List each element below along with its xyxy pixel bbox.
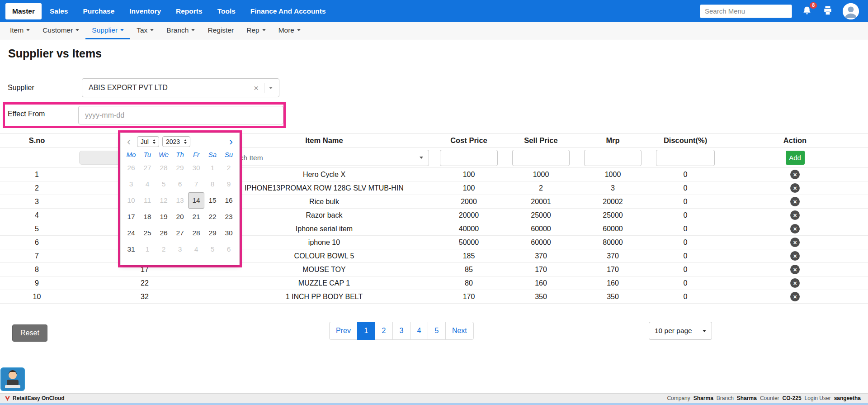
user-avatar[interactable] [843,3,859,19]
cell-sell-price: 60000 [505,238,577,247]
calendar-day[interactable]: 29 [204,225,221,241]
year-select[interactable]: 2023 [162,136,190,147]
cell-item-name: Razor back [216,211,433,219]
topnav-item-inventory[interactable]: Inventory [123,3,168,19]
remove-item-icon[interactable]: × [790,224,800,233]
remove-item-icon[interactable]: × [790,183,800,193]
remove-item-icon[interactable]: × [790,251,800,261]
topnav-item-sales[interactable]: Sales [43,3,75,19]
subnav-item-supplier[interactable]: Supplier [85,22,130,39]
subnav-item-more[interactable]: More [272,22,307,39]
calendar-day[interactable]: 17 [123,209,139,225]
horizontal-scrollbar[interactable] [0,403,868,405]
remove-item-icon[interactable]: × [790,197,800,206]
effect-from-label: Effect From [8,110,45,118]
calendar-grid: 2627282930123456789101112131415161718192… [123,160,237,257]
subnav-item-item[interactable]: Item [4,22,36,39]
remove-item-icon[interactable]: × [790,292,800,301]
supplier-select[interactable]: ABIS EXPORT PVT LTD × [82,78,279,97]
remove-item-icon[interactable]: × [790,238,800,247]
subnav-item-label: Item [10,26,24,34]
calendar-day[interactable]: 27 [172,225,188,241]
calendar-day[interactable]: 26 [156,225,172,241]
cell-item-name: MUZZLE CAP 1 [216,279,433,287]
column-header: Action [722,136,868,145]
calendar-day[interactable]: 21 [188,209,204,225]
topnav-item-reports[interactable]: Reports [169,3,209,19]
cell-sno: 8 [0,266,74,274]
cell-sell-price: 370 [505,252,577,260]
cell-action: × [722,197,868,206]
clear-selection-icon[interactable]: × [254,84,264,92]
mrp-input[interactable] [584,150,642,166]
topnav-item-tools[interactable]: Tools [211,3,242,19]
page-number-button-1[interactable]: 1 [357,322,375,340]
calendar-day[interactable]: 19 [156,209,172,225]
chevron-down-icon [269,87,273,89]
subnav-item-tax[interactable]: Tax [130,22,160,39]
page-title: Supplier vs Items [8,47,102,60]
month-select[interactable]: Jul [137,136,159,147]
discount-input[interactable] [656,150,715,166]
calendar-day: 13 [172,192,188,209]
subnav-item-rep[interactable]: Rep [240,22,272,39]
remove-item-icon[interactable]: × [790,278,800,288]
search-input[interactable] [700,5,792,18]
calendar-day[interactable]: 16 [221,192,237,209]
chevron-down-icon [262,29,266,31]
page-number-button-3[interactable]: 3 [392,322,410,340]
calendar-day[interactable]: 18 [139,209,156,225]
topnav-item-purchase[interactable]: Purchase [76,3,121,19]
calendar-day[interactable]: 22 [204,209,221,225]
calendar-day[interactable]: 28 [188,225,204,241]
next-month-icon[interactable]: › [226,137,236,146]
reset-button[interactable]: Reset [12,324,47,342]
effect-from-date-input[interactable] [78,106,283,124]
calendar-day: 1 [139,241,156,257]
page-number-button-4[interactable]: 4 [410,322,428,340]
footer-brand: RetailEasy OnCloud [5,395,65,401]
calendar-day[interactable]: 24 [123,225,139,241]
calendar-day[interactable]: 14 [188,192,204,209]
page-number-button-5[interactable]: 5 [428,322,446,340]
per-page-select[interactable]: 10 per page [649,322,712,340]
pagination-next-button[interactable]: Next [445,322,474,340]
cell-mrp: 170 [577,266,649,274]
chevron-down-icon [26,29,30,31]
calendar-day[interactable]: 20 [172,209,188,225]
add-button[interactable]: Add [786,151,805,165]
column-header: Cost Price [433,136,505,145]
cell-sno: 9 [0,279,74,287]
search-item-select[interactable]: Search Item [219,150,429,166]
cell-item-name: COLOUR BOWL 5 [216,252,433,260]
calendar-day[interactable]: 23 [221,209,237,225]
cell-item-name: Hero Cycle X [216,171,433,179]
cell-sell-price: 160 [505,279,577,287]
topnav-menu: MasterSalesPurchaseInventoryReportsTools… [5,3,334,19]
calendar-day[interactable]: 15 [204,192,221,209]
topnav-item-finance-and-accounts[interactable]: Finance And Accounts [244,3,333,19]
sell-price-input[interactable] [512,150,570,166]
subnav-item-branch[interactable]: Branch [160,22,201,39]
calendar-day[interactable]: 30 [221,225,237,241]
notification-bell-icon[interactable]: 8 [802,6,813,17]
subnav-item-register[interactable]: Register [201,22,240,39]
footer-brand-label: RetailEasy OnCloud [13,395,65,401]
remove-item-icon[interactable]: × [790,170,800,179]
printer-icon[interactable] [823,5,833,17]
cell-mrp: 350 [577,293,649,301]
sub-navbar: ItemCustomerSupplierTaxBranchRegisterRep… [0,22,868,39]
subnav-item-customer[interactable]: Customer [36,22,85,39]
page-number-button-2[interactable]: 2 [375,322,393,340]
topnav-item-master[interactable]: Master [5,3,42,19]
previous-month-icon[interactable]: ‹ [124,137,134,146]
calendar-day[interactable]: 31 [123,241,139,257]
support-mascot-logo[interactable] [0,367,25,391]
remove-item-icon[interactable]: × [790,210,800,220]
remove-item-icon[interactable]: × [790,265,800,274]
cell-sno: 1 [0,171,74,179]
cell-sno: 7 [0,252,74,260]
calendar-day[interactable]: 25 [139,225,156,241]
pagination-prev-button[interactable]: Prev [329,322,358,340]
cost-price-input[interactable] [440,150,498,166]
